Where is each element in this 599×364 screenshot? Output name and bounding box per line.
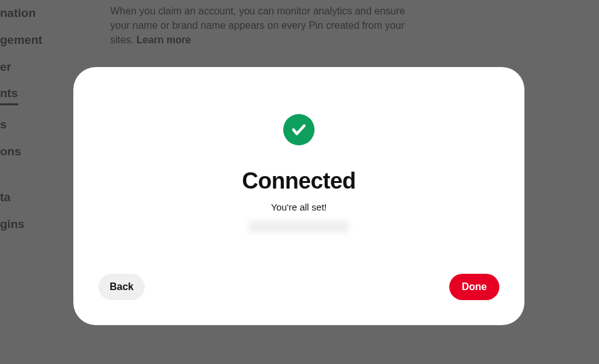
back-button[interactable]: Back — [98, 274, 145, 300]
done-button[interactable]: Done — [449, 274, 499, 300]
connected-modal: Connected You're all set! Back Done — [73, 67, 524, 325]
check-circle-icon — [283, 114, 315, 145]
redacted-account-info — [249, 221, 349, 232]
modal-title: Connected — [242, 168, 356, 194]
modal-footer: Back Done — [98, 274, 499, 300]
modal-subtitle: You're all set! — [271, 202, 326, 212]
